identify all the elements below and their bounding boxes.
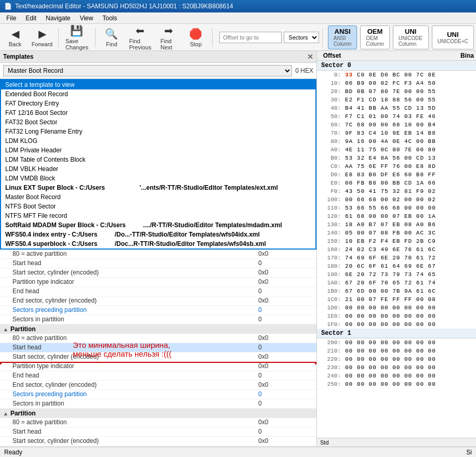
table-row: 80 = active partition 0x0 (0, 334, 316, 343)
hex-row: 130:18 A0 B7 07 EB 08 A0 B6 (317, 220, 476, 229)
std-label: Std (320, 439, 329, 446)
hex-row: 170:74 69 6F 6E 20 70 61 72 (317, 254, 476, 262)
std-bar: Std (317, 438, 476, 447)
separator-1 (58, 28, 59, 47)
table-row: End head 0 (0, 287, 316, 296)
hex-row: 200:00 00 00 00 00 00 00 00 (317, 338, 476, 347)
dropdown-item-ldm-toc[interactable]: LDM Table of Contents Block (1, 155, 315, 164)
menu-tools[interactable]: Tools (98, 14, 121, 22)
binary-col-header: Bina (443, 52, 474, 59)
separator-3 (212, 28, 213, 47)
table-row: End sector, cylinder (encoded) 0x0 (0, 296, 316, 306)
dropdown-item-wfs504-sb[interactable]: WFS50.4 superblock - C:/Users /Doc...R-T… (1, 239, 315, 249)
title-bar: 📄 Text/hexadecimal Editor - SAMSUNG HD50… (0, 0, 476, 12)
hex-row: 1A0:67 20 6F 70 65 72 61 74 (317, 279, 476, 287)
title-bar-text: Text/hexadecimal Editor - SAMSUNG HD502H… (15, 3, 233, 10)
dropdown-item-ldm-klog[interactable]: LDM KLOG (1, 136, 315, 146)
hex-row: B0:53 32 E4 8A 56 00 CD 13 (317, 154, 476, 162)
dropdown-item-fat32[interactable]: FAT32 Boot Sector (1, 117, 315, 127)
back-button[interactable]: ◀ Back (2, 25, 28, 49)
hex-row: E0:00 FB B8 00 BB CD 1A 66 (317, 179, 476, 187)
hex-row: 240:00 00 00 00 00 00 00 00 (317, 372, 476, 380)
hex-row: 1C0:21 00 07 FE FF FF 00 08 (317, 295, 476, 304)
dropdown-item-ldm-private[interactable]: LDM Private Header (1, 146, 315, 155)
hex-row: 80:9A 16 00 4A 0E 4C 00 BB (317, 137, 476, 146)
find-prev-button[interactable]: ⬅ Find Previous (126, 25, 155, 49)
hex-row: 110:53 66 55 66 68 00 00 00 (317, 204, 476, 212)
hex-row: 40:B4 41 BB AA 55 CD 13 5D (317, 104, 476, 112)
table-row: Partition type indicator 0x0 (0, 278, 316, 287)
menu-bar: File Edit Navigate View Tools (0, 12, 476, 24)
templates-close-button[interactable]: ✕ (307, 53, 313, 61)
offset-input[interactable] (219, 32, 282, 43)
dropdown-item-ldm-vmdb[interactable]: LDM VMDB Block (1, 174, 315, 183)
menu-navigate[interactable]: Navigate (42, 14, 74, 22)
hex-row: D0:E8 83 B0 DF E6 60 B8 FF (317, 171, 476, 179)
oem-column-button[interactable]: OEM OEM Column (360, 25, 389, 49)
hex-row: 160:24 02 C3 49 6E 76 61 6C (317, 245, 476, 254)
table-row: Start sector, cylinder (encoded) 0x0 (0, 352, 316, 362)
save-button[interactable]: 💾 Save Changes (62, 25, 92, 49)
annotation-container: Start head 0 Это минимальная ширина, мен… (0, 343, 316, 352)
data-col-header (345, 52, 443, 59)
menu-file[interactable]: File (2, 14, 20, 22)
hex-header: Offset Bina (317, 51, 476, 61)
hex-row: 50:F7 C1 01 00 74 03 FE 46 (317, 112, 476, 121)
hex-row: 230:00 00 00 00 00 00 00 00 (317, 363, 476, 372)
table-row: Sectors in partition 0 (0, 399, 316, 409)
hex-row: 190:6E 20 72 73 79 73 74 65 (317, 270, 476, 279)
toolbar: ◀ Back ▶ Forward 💾 Save Changes 🔍 Find ⬅… (0, 24, 476, 51)
dropdown-item-ldm-vblk[interactable]: LDM VBLK Header (1, 164, 315, 174)
templates-title: Templates (3, 53, 33, 60)
partition-2-header: ▲ Partition (0, 324, 316, 334)
hex-row: C0:AA 75 6E FF 76 00 E8 8D (317, 162, 476, 171)
dropdown-item-ntfs-mft[interactable]: NTFS MFT File record (1, 211, 315, 220)
sectors-dropdown[interactable]: Sectors (284, 32, 319, 43)
dropdown-item-fat32-long[interactable]: FAT32 Long Filename Entry (1, 127, 315, 136)
stop-button[interactable]: 🛑 Stop (183, 25, 209, 49)
forward-button[interactable]: ▶ Forward (29, 25, 55, 49)
menu-edit[interactable]: Edit (21, 14, 41, 22)
dropdown-item-wfs504-idx[interactable]: WFS50.4 index entry - C:/Users /Do...-TT… (1, 230, 315, 239)
hex-row: F0:43 50 41 75 32 81 F9 02 (317, 187, 476, 195)
templates-header: Templates ✕ (0, 51, 316, 63)
table-row: Start sector, cylinder (encoded) 0x0 (0, 268, 316, 278)
table-row-sectors-preceding-2: Sectors preceding partition 0 (0, 390, 316, 399)
hex-row: 1F0:00 00 00 00 00 00 00 00 (317, 320, 476, 329)
main-layout: Templates ✕ Master Boot Record 0 HEX Sel… (0, 51, 476, 447)
hex-label: 0 HEX (295, 67, 313, 74)
table-row-start-head: Start head 0 (0, 343, 316, 352)
find-button[interactable]: 🔍 Find (99, 25, 125, 49)
table-row: Start head 0 (0, 427, 316, 437)
stop-icon: 🛑 (189, 28, 202, 40)
template-select[interactable]: Master Boot Record (3, 65, 292, 76)
unicode-column-button[interactable]: UNI UNICODE Column (393, 25, 429, 49)
find-next-button[interactable]: ➡ Find Next (156, 25, 182, 49)
dropdown-item-extended[interactable]: Extended Boot Record (1, 89, 315, 99)
right-panel: Offset Bina Sector 0 0:33 C0 8E D0 BC 00… (317, 51, 476, 447)
left-panel: Templates ✕ Master Boot Record 0 HEX Sel… (0, 51, 317, 447)
hex-row: 60:7C 68 00 00 68 10 00 B4 (317, 121, 476, 129)
partition-3-header: ▲ Partition (0, 409, 316, 418)
sector-1-label: Sector 1 (317, 329, 476, 338)
unicodeplus-column-button[interactable]: UNI UNICODE+C (432, 25, 474, 49)
table-row: Start sector, cylinder (encoded) 0x0 (0, 437, 316, 446)
dropdown-item-linux-ext[interactable]: Linux EXT Super Block - C:/Users '...ent… (1, 183, 315, 192)
dropdown-item-fat-dir[interactable]: FAT Directory Entry (1, 99, 315, 108)
status-right: Si (466, 449, 472, 456)
dropdown-item-fat1216[interactable]: FAT 12/16 Boot Sector (1, 108, 315, 117)
dropdown-item-softraid[interactable]: SoftRaid MDADM Super Block - C:/Users ..… (1, 220, 315, 230)
hex-row: 30:E2 F1 CD 18 88 56 00 55 (317, 96, 476, 104)
menu-view[interactable]: View (75, 14, 97, 22)
dropdown-item-select[interactable]: Select a template to view (1, 80, 315, 89)
dropdown-item-mbr[interactable]: Master Boot Record (1, 192, 315, 202)
status-text: Ready (4, 449, 22, 456)
hex-row: 1D0:00 00 00 00 00 00 00 00 (317, 304, 476, 312)
forward-icon: ▶ (38, 28, 46, 40)
dropdown-item-ntfs-boot[interactable]: NTFS Boot Sector (1, 202, 315, 211)
data-table: 80 = active partition 0x0 Start head 0 S… (0, 250, 316, 447)
ansi-column-button[interactable]: ANSI ANSI Column (328, 25, 357, 49)
table-row-sectors-preceding-1: Sectors preceding partition 0 (0, 306, 316, 315)
hex-row: 140:05 00 07 08 FB 00 AC 3C (317, 229, 476, 237)
offset-goto-container: Sectors (219, 32, 319, 43)
